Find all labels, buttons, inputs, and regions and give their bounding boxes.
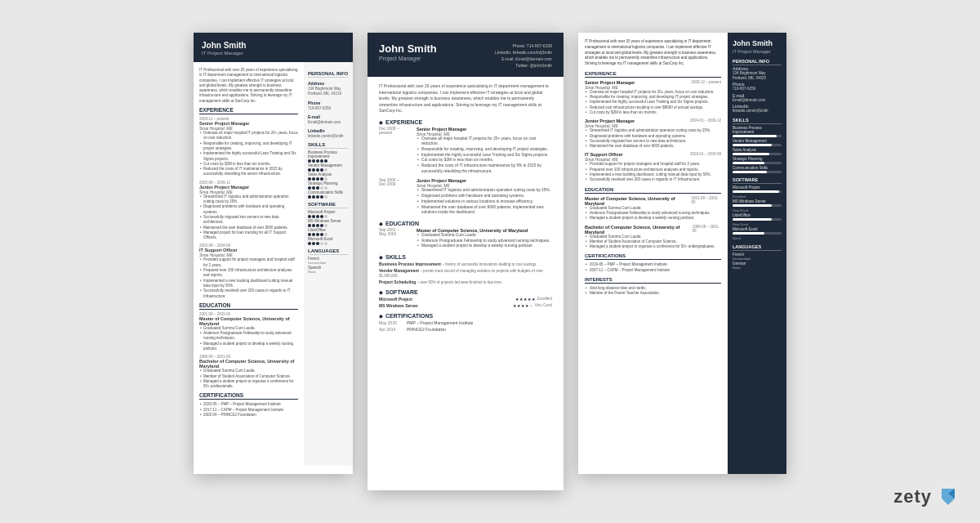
resume3-interest-1: Member of the Parent Teacher Association… <box>585 291 721 296</box>
resume3-skill-4: Communication Skills <box>733 166 782 173</box>
resume2-skill0-name: Business Process Improvement – history o… <box>379 262 537 266</box>
resume2-software-title: SOFTWARE <box>379 289 552 295</box>
resume3-intro: IT Professional with over 20 years of ex… <box>585 39 721 67</box>
resume3-phone-value: 719-807-6259 <box>733 87 782 92</box>
resume3-exp-title: Experience <box>585 71 721 78</box>
resume2-job0-b2: Implemented the highly successful Lean T… <box>416 153 552 159</box>
resume3-sw-0: Microsoft ProjectExcellent <box>733 186 782 199</box>
resume1-email-value: Email@domain.com <box>308 120 349 125</box>
resume1-sw-2: LibreOffice <box>308 228 349 236</box>
resume2-sw1-stars: ★★★★★ Very Good <box>513 303 552 308</box>
resume3-skill-2: Sales Analysis <box>733 148 782 155</box>
resume1-sidebar: Personal Info Address 134 Brightmont Way… <box>304 62 353 466</box>
resume2-intro: IT Professional with over 20 years of ex… <box>379 83 552 114</box>
resume1-job1-b4: Managed project for loan tracking for al… <box>199 230 298 241</box>
resume3-job1-b3: Maintained the user database of over 900… <box>585 144 721 149</box>
resume3-sidebar-name: John Smith <box>733 39 782 48</box>
resume1-job-1: 2005-08 – 2009-12 Junior Project Manager… <box>199 181 298 241</box>
resume1-addr-label: Address <box>308 81 349 86</box>
resume1-skill-3: Strategic Planning <box>308 181 349 190</box>
resume3-job2-b3: Successfully resolved over 200 cases in … <box>585 177 721 182</box>
resume1-personal-title: Personal Info <box>308 71 349 78</box>
resume1-job-2: 2002-08 – 2004-08 IT Support Officer Sin… <box>199 244 298 298</box>
resume3-email-value: Email@domain.com <box>733 98 782 103</box>
resume1-linkedin-label: LinkedIn <box>308 128 349 133</box>
resume3-edu0-date: 2001-09 – 2003-05 <box>692 196 721 206</box>
resume1-job0-b1: Responsible for creating, improving, and… <box>199 141 298 152</box>
resume2-email: E-mail: Email@domain.com <box>495 56 552 62</box>
resume1-sw-0: Microsoft Project <box>308 210 349 218</box>
resume3-job-0: Senior Project Manager 2009-12 – present… <box>585 80 721 115</box>
resume2-job-0: Dec 2009 –present Senior Project Manager… <box>379 127 552 175</box>
resume2-job1-b1: Diagnosed problems with hardware and ope… <box>416 194 552 199</box>
resume1-name: John Smith <box>202 41 345 50</box>
resume1-main: IT Professional with over 20 years of ex… <box>194 62 304 466</box>
resume3-skill-3: Strategic Planning <box>733 157 782 164</box>
resume3-sw-2: LibreOfficeVery Good <box>733 213 782 226</box>
resume2-job1-b3: Maintained the user database of over 900… <box>416 205 552 216</box>
resume2-edu0-b1: Anderson Postgraduate Fellowship to stud… <box>416 239 550 244</box>
resume1-edu1-b2: Managed a student project to organise a … <box>199 379 298 390</box>
resume1-job1-b1: Diagnosed problems with hardware and ope… <box>199 204 298 215</box>
resume3-edu1-b2: Managed a student project to organise a … <box>585 244 721 249</box>
resume2-phone: Phone: 714-907-6329 <box>495 42 552 49</box>
resume3-body: IT Professional with over 20 years of ex… <box>578 33 786 474</box>
resume3-personal-title: Personal Info <box>733 59 782 65</box>
resume1-title: IT Project Manager <box>202 51 345 56</box>
resume1-skill-2: Sales Analysis <box>308 172 349 181</box>
resume1-job2-b3: Successfully resolved over 200 cases in … <box>199 288 298 299</box>
resume1-phone-label: Phone <box>308 101 349 105</box>
resume3-job2-date: 2003-01 – 2004-09 <box>690 152 721 157</box>
resume3-lang-1: GermanBasic <box>733 262 782 270</box>
resume2-header-left: John Smith Project Manager <box>379 42 437 61</box>
resume2-sw1-name: MS Windows Server <box>379 303 418 308</box>
resume1-job0-b2: Implemented the highly successful Lean T… <box>199 151 298 162</box>
resume3-edu1-degree: Bachelor of Computer Science, University… <box>585 225 693 235</box>
resume3-cert-title: Certifications <box>585 253 721 260</box>
zety-branding: zety <box>893 485 960 508</box>
resume1-addr-value: 134 Brightmont WayPortland, ME, 04219 <box>308 87 349 97</box>
resume3-edu0-header: Master of Computer Science, University o… <box>585 196 721 206</box>
resume3-edu-1: Bachelor of Computer Science, University… <box>585 225 721 250</box>
resume2-name: John Smith <box>379 42 437 55</box>
resume1-exp-title: Experience <box>199 107 298 114</box>
resume2-skill-0: Business Process Improvement – history o… <box>379 262 552 266</box>
resume1-edu-title: Education <box>199 302 298 310</box>
resume3-sw-3: Microsoft ExcelGood <box>733 227 782 240</box>
resume3-edu1-date: 1998-08 – 2001-06 <box>693 225 721 235</box>
resume2-job0-b1: Responsible for creating, improving, and… <box>416 147 552 153</box>
resume3-job0-title: Senior Project Manager <box>585 80 635 85</box>
resume1-job2-b1: Prepared over 100 infrastructure archite… <box>199 268 298 279</box>
resume3-software-title: Software <box>733 177 782 184</box>
resume2-linkedin: LinkedIn: linkedin.com/in/jSmith <box>495 49 552 56</box>
resume2-skill1-name: Vendor Management – proven track record … <box>379 268 552 278</box>
resume3-job-1: Junior Project Manager 2004-01 – 2009-12… <box>585 118 721 149</box>
resume1-job2-b2: Implemented a new tracking dashboard cut… <box>199 279 298 289</box>
zety-wordmark: zety <box>893 486 932 507</box>
resume1-body: IT Professional with over 20 years of ex… <box>194 62 353 466</box>
resume2-job1-detail: Junior Project Manager Sinai Hospital, M… <box>416 178 552 216</box>
resume2-sw-0: Microsoft Project ★★★★★ Excellent <box>379 297 552 302</box>
resume3-job-2: IT Support Officer 2003-01 – 2004-09 Sin… <box>585 152 721 182</box>
resume1-edu-1: 1996-09 – 2001-06 Bachelor of Computer S… <box>199 355 298 389</box>
resume-3: IT Professional with over 20 years of ex… <box>578 33 786 474</box>
resume3-edu0-degree: Master of Computer Science, University o… <box>585 196 692 206</box>
resume3-cert-1: 2007-11 – CAPM – Project Management Inst… <box>585 268 721 273</box>
resume2-title: Project Manager <box>379 56 437 61</box>
resume3-edu-title: Education <box>585 187 721 194</box>
resume1-job2-b0: Provided support for project managers an… <box>199 257 298 268</box>
resume2-sw0-name: Microsoft Project <box>379 297 412 302</box>
resume1-intro: IT Professional with over 20 years of ex… <box>199 68 298 104</box>
resume2-exp-title: EXPERIENCE <box>379 119 552 125</box>
resume2-job1-b2: Implemented solutions in various locatio… <box>416 199 552 205</box>
resume1-edu1-degree: Bachelor of Computer Science, University… <box>199 359 298 369</box>
resume2-job0-b4: Reduced the costs of IT infrastructure m… <box>416 163 552 174</box>
resume1-edu0-b2: Managed a student project to develop a w… <box>199 342 298 352</box>
resume1-sw-3: Microsoft Excel <box>308 237 349 245</box>
resume3-linkedin-value: linkedin.com/in/jSmith <box>733 109 782 114</box>
resume1-phone-value: 719-807-6259 <box>308 106 349 111</box>
resume3-main: IT Professional with over 20 years of ex… <box>578 33 728 474</box>
resume1-edu-0: 2001-09 – 2003-06 Master of Computer Sci… <box>199 312 298 351</box>
resume1-header: John Smith IT Project Manager <box>194 33 353 62</box>
resume2-twitter: Twitter: @johnSmith <box>495 62 552 69</box>
